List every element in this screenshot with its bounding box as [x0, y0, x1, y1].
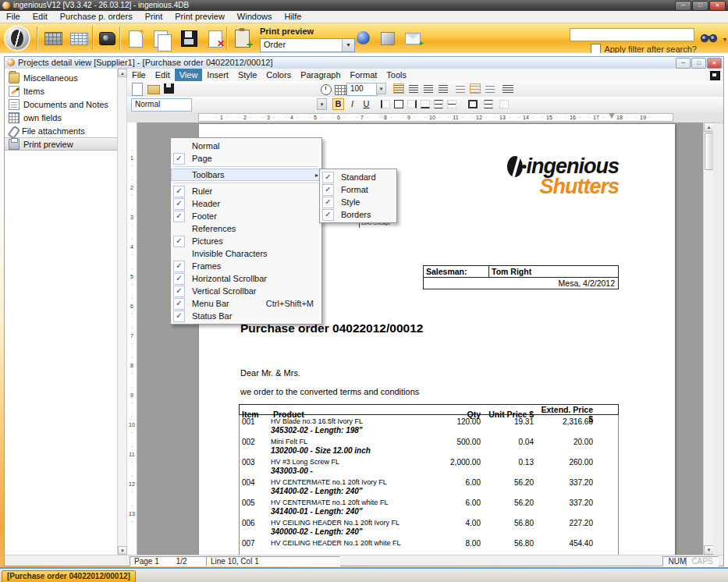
editor-menu-item[interactable]: Insert: [202, 69, 233, 81]
main-menu-item[interactable]: Purchase p. orders: [54, 11, 139, 23]
border-bottom-icon[interactable]: [421, 100, 430, 108]
sidebar-item[interactable]: own fields: [5, 111, 117, 124]
bold-button[interactable]: B: [332, 98, 344, 110]
view-menu-item[interactable]: Toolbars ▸: [171, 169, 321, 181]
font-dropdown-icon[interactable]: ▾: [317, 98, 327, 110]
ruler-number: 11: [444, 114, 467, 121]
view-menu-item[interactable]: ✓ Frames: [171, 260, 321, 272]
sidebar-item-icon: [9, 139, 20, 150]
align-right-icon[interactable]: [424, 84, 433, 93]
chevron-down-icon[interactable]: ▾: [723, 36, 726, 43]
taskbar-window-button[interactable]: [Purchase order 04022012/00012]: [2, 570, 136, 582]
toolbars-submenu-item[interactable]: ✓ Format: [320, 183, 396, 196]
border-right-icon[interactable]: [407, 100, 417, 108]
main-menu-item[interactable]: Print preview: [169, 11, 231, 23]
align-center-icon[interactable]: [409, 84, 418, 93]
view-menu-item[interactable]: ✓ Page: [171, 152, 321, 165]
indent-marker-icon[interactable]: [609, 113, 615, 119]
toolbars-submenu-item[interactable]: ✓ Style: [320, 196, 396, 208]
editor-menu-item[interactable]: Edit: [151, 69, 175, 81]
style-combo[interactable]: Normal: [131, 98, 192, 112]
editor-menu-item[interactable]: Colors: [261, 69, 296, 81]
sidebar-item[interactable]: Print preview: [5, 137, 117, 151]
scroll-down-icon[interactable]: ▼: [704, 545, 713, 555]
zoom-dropdown-icon[interactable]: ▾: [376, 83, 386, 94]
document-vertical-scrollbar[interactable]: ▲ ▼: [703, 122, 713, 555]
view-menu-item[interactable]: ✓ Menu Bar Ctrl+Shift+M: [171, 297, 321, 310]
search-input[interactable]: [570, 28, 694, 41]
border-all-horizontal-icon[interactable]: [484, 100, 493, 108]
align-left-icon[interactable]: [394, 84, 403, 93]
close-icon[interactable]: ✕: [709, 1, 726, 11]
sidebar-item[interactable]: File attachments: [5, 124, 117, 137]
table-row: 003 HV #3 Long Screw FL 343003-00 - 2,00…: [240, 456, 618, 476]
main-menu-item[interactable]: File: [0, 11, 27, 23]
view-menu-item[interactable]: ✓ Footer: [171, 210, 321, 222]
line-spacing-1-icon[interactable]: [456, 84, 465, 93]
underline-button[interactable]: U: [360, 98, 372, 110]
editor-menu-item[interactable]: Format: [346, 69, 382, 81]
toolbars-submenu-item[interactable]: ✓ Borders: [320, 208, 396, 221]
editor-menu-item[interactable]: Style: [233, 69, 261, 81]
editor-menu-item[interactable]: File: [127, 69, 151, 81]
maximize-icon[interactable]: □: [692, 1, 708, 11]
sidebar-scrollbar[interactable]: ▲ ▼: [118, 69, 127, 555]
app-logo-icon[interactable]: [4, 25, 30, 51]
zoom-level-input[interactable]: 100: [346, 83, 378, 96]
sidebar-item[interactable]: Items: [5, 84, 117, 98]
border-outer-icon[interactable]: [394, 100, 403, 108]
view-menu-item[interactable]: ✓ Vertical Scrollbar: [171, 285, 321, 297]
sidebar-item[interactable]: Documents and Notes: [5, 98, 117, 111]
ruler-number: 10: [421, 114, 444, 121]
toolbars-submenu-item[interactable]: ✓ Standard: [320, 171, 396, 183]
border-thick-box-icon[interactable]: [468, 100, 478, 108]
editor-menu-item[interactable]: Paragraph: [296, 69, 345, 81]
main-menu-item[interactable]: Hilfe: [278, 11, 307, 23]
view-menu-item[interactable]: ✓ Header: [171, 197, 321, 210]
main-menu-item[interactable]: Print: [139, 11, 169, 23]
editor-menu-item[interactable]: View: [175, 69, 203, 81]
scroll-up-icon[interactable]: ▲: [118, 69, 127, 77]
bullet-list-icon[interactable]: [502, 84, 513, 93]
view-menu-item[interactable]: Normal: [171, 140, 321, 152]
view-menu-item[interactable]: ✓ Pictures: [171, 235, 321, 247]
view-menu-item[interactable]: Invisible Characters: [171, 247, 321, 260]
save-document-icon[interactable]: [164, 83, 174, 94]
open-document-icon[interactable]: [147, 85, 160, 94]
view-menu-item[interactable]: ✓ Horizontal Scrollbar: [171, 272, 321, 285]
line-spacing-15-icon[interactable]: [471, 84, 480, 93]
italic-button[interactable]: I: [346, 98, 358, 110]
scroll-up-icon[interactable]: ▲: [704, 122, 713, 132]
align-justify-icon[interactable]: [439, 84, 448, 93]
sidebar-item[interactable]: Miscellaneous: [5, 71, 117, 84]
scrollbar-thumb[interactable]: [705, 133, 713, 170]
main-menu-item[interactable]: Windows: [231, 11, 279, 23]
border-horizontal-icon[interactable]: [434, 100, 443, 108]
view-menu-item[interactable]: References: [171, 222, 321, 235]
scroll-down-icon[interactable]: ▼: [118, 546, 127, 555]
minimize-icon[interactable]: ─: [675, 1, 691, 11]
document-restore-icon[interactable]: [710, 71, 720, 80]
insert-table-icon[interactable]: [335, 85, 346, 95]
child-close-icon[interactable]: ✕: [707, 58, 722, 69]
line-spacing-2-icon[interactable]: [485, 84, 495, 93]
search-binoculars-icon[interactable]: [700, 31, 719, 46]
view-menu-item[interactable]: ✓ Status Bar: [171, 310, 321, 322]
print-preview-order-select[interactable]: Order ▾: [260, 38, 355, 52]
main-menu-item[interactable]: Edit: [27, 11, 54, 23]
child-maximize-icon[interactable]: □: [691, 58, 706, 69]
time-icon[interactable]: [321, 84, 332, 95]
border-left-icon[interactable]: [381, 100, 390, 108]
main-toolbar: Print preview Order ▾ Apply filter after…: [0, 23, 728, 54]
border-middle-icon[interactable]: [447, 100, 456, 108]
check-icon: [173, 248, 185, 260]
child-minimize-icon[interactable]: ─: [676, 58, 691, 69]
editor-menu-item[interactable]: Tools: [382, 69, 411, 81]
ruler-number: 1: [127, 143, 137, 172]
ruler-number: 4: [280, 114, 304, 121]
ruler-number: 2: [127, 172, 137, 202]
view-menu-item[interactable]: ✓ Ruler: [171, 185, 321, 197]
sidebar-item-label: Documents and Notes: [23, 100, 108, 109]
new-document-icon[interactable]: [132, 83, 143, 96]
border-none-icon[interactable]: [499, 100, 509, 108]
